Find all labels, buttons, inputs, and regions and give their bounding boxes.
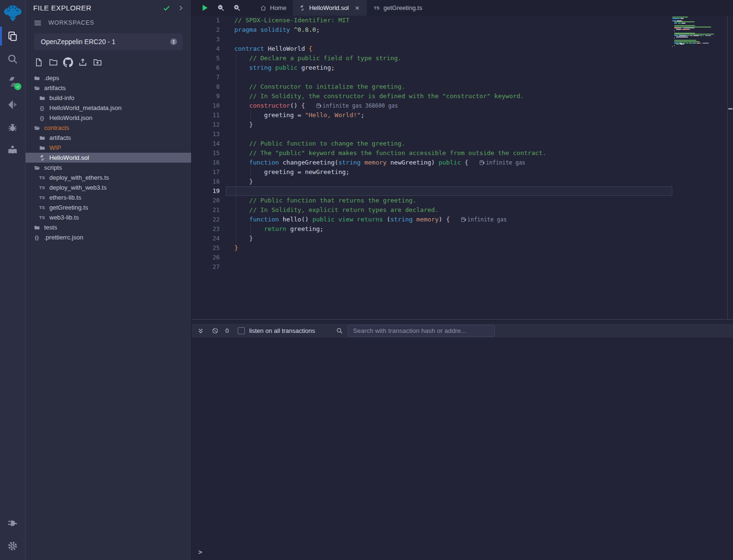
tree-item-ethers-lib-ts[interactable]: TSethers-lib.ts bbox=[26, 193, 191, 202]
workspace-sort-icon[interactable] bbox=[169, 37, 178, 46]
code-line-27[interactable]: 27 bbox=[192, 262, 672, 272]
code-line-11[interactable]: 11 greeting = "Hello, World!"; bbox=[192, 110, 672, 120]
activitybar-item-solidity-compiler[interactable] bbox=[0, 70, 25, 93]
line-content: // Declare a public field of type string… bbox=[226, 54, 672, 63]
line-number: 6 bbox=[192, 63, 226, 73]
upload-folder-icon[interactable] bbox=[93, 57, 102, 67]
code-line-7[interactable]: 7 bbox=[192, 73, 672, 82]
tree-item-deploy-with-ethers-ts[interactable]: TSdeploy_with_ethers.ts bbox=[26, 173, 191, 183]
listen-transactions-checkbox[interactable] bbox=[238, 327, 245, 334]
code-line-10[interactable]: 10 constructor() {infinite gas 368600 ga… bbox=[192, 101, 672, 110]
tree-item-helloworld-metadata-json[interactable]: {}HelloWorld_metadata.json bbox=[26, 103, 191, 113]
activitybar-item-settings[interactable] bbox=[0, 534, 25, 557]
terminal-resize-handle[interactable] bbox=[192, 319, 733, 324]
tree-item-artifacts[interactable]: artifacts bbox=[26, 133, 191, 143]
activitybar-item-plugin-manager[interactable] bbox=[0, 512, 25, 534]
code-line-13[interactable]: 13 bbox=[192, 129, 672, 139]
code-line-16[interactable]: 16 function changeGreeting(string memory… bbox=[192, 158, 672, 167]
tree-item-scripts[interactable]: scripts bbox=[26, 163, 191, 173]
code-line-26[interactable]: 26 bbox=[192, 253, 672, 262]
activitybar-item-remix-logo[interactable] bbox=[0, 0, 25, 25]
zoom-out-button[interactable] bbox=[214, 2, 227, 14]
code-line-25[interactable]: 25} bbox=[192, 243, 672, 253]
tree-item-build-info[interactable]: build-info bbox=[26, 93, 191, 103]
code-line-1[interactable]: 1// SPDX-License-Identifier: MIT bbox=[192, 16, 672, 25]
code-line-23[interactable]: 23 return greeting; bbox=[192, 224, 672, 234]
learneth-icon bbox=[7, 144, 19, 156]
activitybar-item-file-explorer[interactable] bbox=[0, 25, 25, 47]
line-content: // In Solidity, the constructor is defin… bbox=[226, 92, 672, 101]
tree-item-wip[interactable]: WIP bbox=[26, 143, 191, 153]
minimap[interactable] bbox=[672, 16, 727, 319]
code-line-9[interactable]: 9 // In Solidity, the constructor is def… bbox=[192, 92, 672, 101]
code-line-5[interactable]: 5 // Declare a public field of type stri… bbox=[192, 54, 672, 63]
clear-console-icon[interactable] bbox=[212, 327, 219, 334]
activitybar-item-deploy-and-run[interactable] bbox=[0, 93, 25, 116]
code-line-12[interactable]: 12 } bbox=[192, 120, 672, 129]
tree-item-contracts[interactable]: contracts bbox=[26, 123, 191, 133]
code-line-18[interactable]: 18 } bbox=[192, 177, 672, 186]
code-line-6[interactable]: 6 string public greeting; bbox=[192, 63, 672, 73]
activitybar-item-search[interactable] bbox=[0, 47, 25, 70]
new-folder-icon[interactable] bbox=[48, 57, 58, 67]
tree-item-getgreeting-ts[interactable]: TSgetGreeting.ts bbox=[26, 202, 191, 212]
remix-logo-icon bbox=[3, 2, 23, 23]
code-line-4[interactable]: 4contract HelloWorld { bbox=[192, 44, 672, 54]
line-content bbox=[226, 253, 672, 262]
tab-getgreeting-ts[interactable]: TSgetGreeting.ts bbox=[367, 0, 428, 16]
tree-item-helloworld-sol[interactable]: HelloWorld.sol bbox=[26, 153, 191, 163]
tree-item--deps[interactable]: .deps bbox=[26, 73, 191, 83]
line-content: pragma solidity ^0.8.0; bbox=[226, 25, 672, 35]
chevron-right-icon[interactable] bbox=[177, 4, 185, 12]
run-script-button[interactable] bbox=[198, 2, 211, 14]
code-pane[interactable]: 1// SPDX-License-Identifier: MIT2pragma … bbox=[192, 16, 672, 319]
code-line-2[interactable]: 2pragma solidity ^0.8.0; bbox=[192, 25, 672, 35]
close-tab-icon[interactable] bbox=[354, 5, 361, 11]
new-file-icon[interactable] bbox=[34, 57, 44, 67]
code-line-17[interactable]: 17 greeting = newGreeting; bbox=[192, 167, 672, 177]
tree-item-helloworld-json[interactable]: {}HelloWorld.json bbox=[26, 113, 191, 123]
workspace-dropdown[interactable]: OpenZeppelin ERC20 - 1 bbox=[34, 33, 183, 50]
line-number: 17 bbox=[192, 167, 226, 177]
minimap-line bbox=[674, 30, 675, 31]
tree-item-tests[interactable]: tests bbox=[26, 222, 191, 232]
code-line-20[interactable]: 20 // Public function that returns the g… bbox=[192, 196, 672, 205]
tree-item-artifacts[interactable]: artifacts bbox=[26, 83, 191, 93]
tabs: HomeHelloWorld.solTSgetGreeting.ts bbox=[253, 0, 428, 16]
terminal-search-input[interactable] bbox=[348, 325, 495, 337]
line-content: greeting = newGreeting; bbox=[226, 167, 672, 177]
editor-scrollbar[interactable] bbox=[727, 16, 733, 319]
code-line-21[interactable]: 21 // In Solidity, explicit return types… bbox=[192, 205, 672, 215]
scrollbar-handle[interactable] bbox=[728, 108, 733, 110]
solidity-file-icon bbox=[38, 154, 46, 161]
upload-file-icon[interactable] bbox=[78, 57, 88, 67]
terminal-prompt: > bbox=[198, 548, 202, 556]
code-line-24[interactable]: 24 } bbox=[192, 234, 672, 243]
zoom-in-button[interactable] bbox=[231, 2, 243, 14]
tree-item-web3-lib-ts[interactable]: TSweb3-lib.ts bbox=[26, 212, 191, 222]
activitybar-item-learneth[interactable] bbox=[0, 138, 25, 161]
tab-label: getGreeting.ts bbox=[383, 4, 422, 11]
code-line-8[interactable]: 8 // Constructor to initialize the greet… bbox=[192, 82, 672, 92]
code-line-3[interactable]: 3 bbox=[192, 35, 672, 44]
minimap-line bbox=[672, 18, 680, 19]
tree-item-label: artifacts bbox=[49, 134, 71, 141]
tree-item--prettierrc-json[interactable]: {}.prettierrc.json bbox=[26, 232, 191, 242]
github-icon[interactable] bbox=[63, 57, 73, 67]
activitybar-item-debugger[interactable] bbox=[0, 116, 25, 138]
code-line-19[interactable]: 19 bbox=[192, 186, 672, 196]
tab-helloworld-sol[interactable]: HelloWorld.sol bbox=[293, 0, 367, 16]
code-line-15[interactable]: 15 // The "public" keyword makes the fun… bbox=[192, 148, 672, 158]
line-content bbox=[226, 262, 672, 272]
tab-home[interactable]: Home bbox=[253, 0, 293, 16]
hamburger-menu-icon[interactable] bbox=[33, 18, 42, 28]
code-line-14[interactable]: 14 // Public function to change the gree… bbox=[192, 139, 672, 148]
expand-terminal-icon[interactable] bbox=[197, 327, 204, 335]
terminal-content[interactable]: > bbox=[192, 338, 733, 560]
search-icon bbox=[7, 53, 19, 65]
tree-item-deploy-with-web3-ts[interactable]: TSdeploy_with_web3.ts bbox=[26, 183, 191, 193]
listen-transactions-label: listen on all transactions bbox=[249, 327, 315, 334]
minimap-line bbox=[696, 43, 699, 44]
code-line-22[interactable]: 22 function hello() public view returns … bbox=[192, 215, 672, 224]
minimap-line bbox=[681, 23, 686, 24]
